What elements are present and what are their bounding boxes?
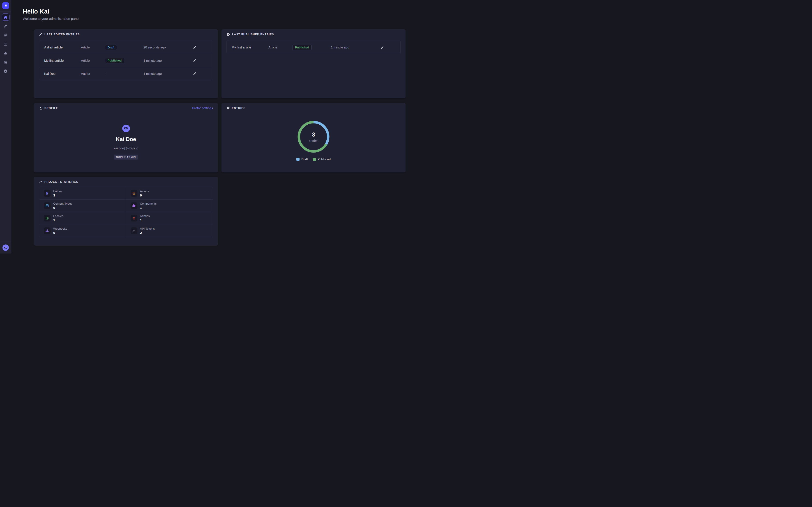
pencil-icon bbox=[380, 46, 384, 49]
stat-api-tokens: API Tokens 2 bbox=[126, 224, 213, 237]
table-row[interactable]: My first article Article Published 1 min… bbox=[39, 54, 213, 67]
edit-entry-button[interactable] bbox=[192, 45, 197, 50]
cloud-icon bbox=[3, 51, 8, 55]
sidebar-item-cloud[interactable] bbox=[2, 50, 9, 57]
stat-value: 6 bbox=[53, 206, 72, 210]
stat-label: API Tokens bbox=[140, 227, 155, 230]
stat-label: Content-Types bbox=[53, 202, 72, 205]
feather-icon bbox=[3, 24, 8, 29]
profile-settings-link[interactable]: Profile settings bbox=[192, 106, 213, 110]
stat-label: Entries bbox=[53, 189, 62, 193]
stat-label: Components bbox=[140, 202, 157, 205]
profile-body: KD Kai Doe kai.doe@strapi.io SUPER ADMIN bbox=[34, 125, 218, 160]
admin-person-icon bbox=[131, 215, 137, 222]
sidebar-item-media-library[interactable] bbox=[2, 32, 9, 39]
entry-time: 1 minute ago bbox=[144, 72, 182, 75]
entry-name: Kai Doe bbox=[44, 72, 78, 75]
stat-label: Admins bbox=[140, 214, 150, 218]
picture-icon bbox=[131, 190, 137, 197]
stat-components: Components 1 bbox=[126, 200, 213, 212]
draft-swatch bbox=[296, 158, 300, 161]
status-empty: - bbox=[105, 72, 106, 75]
table-row[interactable]: Kai Doe Author - 1 minute ago bbox=[39, 67, 213, 80]
chart-legend: Draft Published bbox=[221, 158, 406, 161]
page-title: Hello Kai bbox=[23, 8, 49, 15]
card-title: LAST PUBLISHED ENTRIES bbox=[232, 33, 274, 36]
sidebar-item-content-manager[interactable] bbox=[2, 22, 9, 30]
entry-time: 1 minute ago bbox=[331, 46, 369, 49]
stat-value: 3 bbox=[53, 193, 62, 197]
stat-webhooks: Webhooks 0 bbox=[39, 224, 126, 237]
entries-chart-card: ENTRIES 3 entries Draft bbox=[221, 103, 406, 172]
card-title: PROFILE bbox=[44, 107, 58, 110]
globe-icon bbox=[44, 215, 51, 222]
entries-count: 3 bbox=[312, 131, 315, 138]
trend-up-icon bbox=[39, 180, 42, 183]
card-header: PROFILE Profile settings bbox=[39, 106, 213, 110]
stat-value: 0 bbox=[53, 231, 67, 235]
edit-entry-button[interactable] bbox=[192, 71, 197, 76]
profile-email: kai.doe@strapi.io bbox=[114, 147, 138, 150]
stat-label: Assets bbox=[140, 189, 149, 193]
strapi-logo-icon[interactable] bbox=[2, 2, 9, 9]
strapi-admin-dashboard: KD Hello Kai Welcome to your administrat… bbox=[0, 0, 406, 253]
legend-label: Published bbox=[318, 158, 331, 161]
card-header: ENTRIES bbox=[226, 106, 401, 110]
status-badge: Published bbox=[293, 45, 311, 50]
project-statistics-card: PROJECT STATISTICS Entries 3 bbox=[34, 177, 218, 245]
documents-icon bbox=[44, 190, 51, 197]
status-badge: Published bbox=[105, 58, 124, 63]
stat-locales: Locales 1 bbox=[39, 212, 126, 224]
stat-entries: Entries 3 bbox=[39, 187, 126, 200]
legend-item-published: Published bbox=[313, 158, 331, 161]
edit-entry-button[interactable] bbox=[192, 58, 197, 63]
sidebar-footer: KD bbox=[0, 241, 11, 253]
card-title: ENTRIES bbox=[232, 107, 245, 110]
webhook-icon bbox=[44, 227, 51, 234]
entry-type: Article bbox=[268, 46, 291, 49]
pencil-icon bbox=[193, 59, 197, 62]
stat-value: 1 bbox=[140, 218, 150, 222]
layout-icon bbox=[3, 42, 8, 46]
profile-card: PROFILE Profile settings KD Kai Doe kai.… bbox=[34, 103, 218, 172]
strapi-logo-glyph bbox=[4, 4, 8, 8]
published-swatch bbox=[313, 158, 316, 161]
profile-name: Kai Doe bbox=[116, 136, 136, 143]
legend-item-draft: Draft bbox=[296, 158, 308, 161]
main-content: Hello Kai Welcome to your administration… bbox=[11, 0, 406, 253]
legend-label: Draft bbox=[301, 158, 308, 161]
sidebar-item-content-type-builder[interactable] bbox=[2, 41, 9, 48]
profile-avatar: KD bbox=[122, 125, 130, 132]
entries-unit: entries bbox=[309, 139, 318, 143]
images-icon bbox=[3, 33, 8, 38]
sidebar-item-marketplace[interactable] bbox=[2, 59, 9, 66]
last-published-table: My first article Article Published 1 min… bbox=[226, 41, 401, 54]
card-title: PROJECT STATISTICS bbox=[44, 180, 78, 183]
card-header: LAST EDITED ENTRIES bbox=[39, 33, 213, 36]
sidebar-item-home[interactable] bbox=[2, 13, 9, 21]
stat-value: 1 bbox=[53, 218, 63, 222]
last-edited-entries-card: LAST EDITED ENTRIES A draft article Arti… bbox=[34, 29, 218, 98]
stat-label: Webhooks bbox=[53, 227, 67, 230]
role-badge: SUPER ADMIN bbox=[114, 155, 138, 160]
layout-icon bbox=[44, 202, 51, 209]
sidebar-item-settings[interactable] bbox=[2, 68, 9, 75]
stat-content-types: Content-Types 6 bbox=[39, 200, 126, 212]
table-row[interactable]: A draft article Article Draft 20 seconds… bbox=[39, 41, 213, 54]
sidebar: KD bbox=[0, 0, 11, 253]
last-published-entries-card: LAST PUBLISHED ENTRIES My first article … bbox=[221, 29, 406, 98]
pencil-icon bbox=[39, 33, 42, 36]
status-badge: Draft bbox=[105, 45, 117, 50]
user-avatar[interactable]: KD bbox=[2, 244, 9, 251]
card-header: PROJECT STATISTICS bbox=[39, 180, 213, 183]
entry-time: 20 seconds ago bbox=[144, 46, 182, 49]
table-row[interactable]: My first article Article Published 1 min… bbox=[227, 41, 400, 54]
pie-chart-icon bbox=[226, 106, 230, 110]
entry-type: Article bbox=[81, 46, 104, 49]
key-icon bbox=[131, 227, 137, 234]
stat-assets: Assets 0 bbox=[126, 187, 213, 200]
entry-name: My first article bbox=[44, 59, 78, 62]
stat-value: 2 bbox=[140, 231, 155, 235]
edit-entry-button[interactable] bbox=[379, 45, 385, 50]
entry-type: Article bbox=[81, 59, 104, 62]
